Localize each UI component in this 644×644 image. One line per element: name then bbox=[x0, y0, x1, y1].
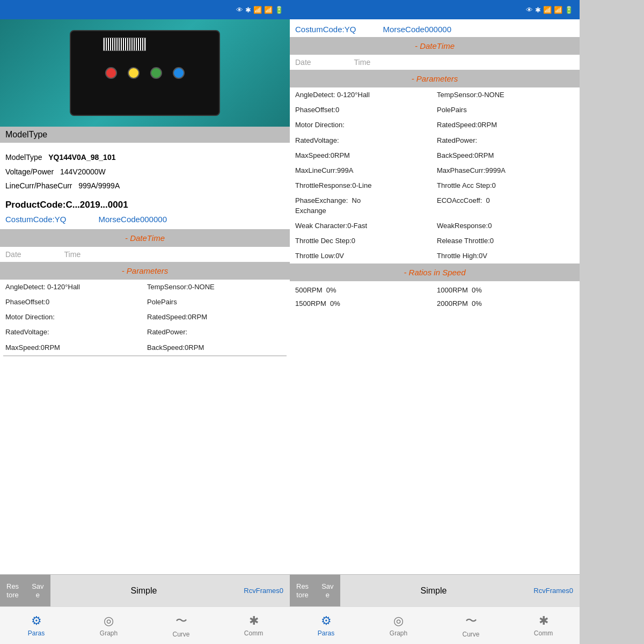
nav-comm-label-left: Comm bbox=[244, 630, 263, 637]
rparam-right-7: ECOAccCoeff: 0 bbox=[435, 193, 576, 218]
eye-icon-right: 👁 bbox=[526, 6, 533, 14]
status-icons-left: 👁 ✱ 📶 📶 🔋 bbox=[236, 6, 283, 14]
bottom-nav-right: ⚙ Paras ◎ Graph 〜 Curve ✱ Comm bbox=[290, 606, 580, 644]
param-right-4: BackSpeed:0RPM bbox=[145, 340, 287, 356]
ratio-right-0: 1000RPM 0% bbox=[435, 283, 576, 297]
nav-curve-label-left: Curve bbox=[172, 631, 189, 638]
rparam-left-3: RatedVoltage: bbox=[293, 133, 435, 148]
signal-icon: 📶 bbox=[264, 6, 273, 14]
nav-comm-left[interactable]: ✱ Comm bbox=[217, 607, 290, 644]
custom-morse-row-left: CostumCode:YQ MorseCode000000 bbox=[0, 213, 290, 229]
line-curr-label: LineCurr/PhaseCurr bbox=[5, 181, 72, 190]
device-image bbox=[0, 19, 290, 127]
params-grid-left: AngleDetect: 0-120°Hall TempSensor:0-NON… bbox=[0, 280, 290, 356]
time-label-left: Time bbox=[64, 250, 81, 259]
ratio-left-0: 500RPM 0% bbox=[293, 283, 435, 297]
param-right-0: TempSensor:0-NONE bbox=[145, 280, 287, 295]
ratios-grid-right: 500RPM 0% 1000RPM 0% 1500RPM 0% 2000RPM … bbox=[290, 281, 580, 314]
save-button-right[interactable]: Sav e bbox=[315, 575, 340, 607]
date-time-row-left: Date Time bbox=[0, 247, 290, 262]
rparam-right-0: TempSensor:0-NONE bbox=[435, 87, 576, 103]
morse-code-left: MorseCode000000 bbox=[98, 215, 167, 224]
datetime-header-right: - DateTime bbox=[290, 37, 580, 55]
connector-dots bbox=[105, 67, 185, 79]
rcv-frames-right[interactable]: RcvFrames0 bbox=[527, 575, 580, 607]
battery-icon: 🔋 bbox=[275, 6, 283, 14]
rcv-frames-left[interactable]: RcvFrames0 bbox=[237, 575, 290, 607]
header-row-right: CostumCode:YQ MorseCode000000 bbox=[290, 19, 580, 37]
status-bar-right: 👁 ✱ 📶 📶 🔋 bbox=[290, 0, 580, 19]
param-left-4: MaxSpeed:0RPM bbox=[3, 340, 145, 356]
rparam-left-0: AngleDetect: 0-120°Hall bbox=[293, 87, 435, 103]
model-info-section: ModelType YQ144V0A_98_101 Voltage/Power … bbox=[0, 143, 290, 197]
bottom-nav-left: ⚙ Paras ◎ Graph 〜 Curve ✱ Comm bbox=[0, 606, 290, 644]
dot-green bbox=[150, 67, 162, 79]
simple-button-left[interactable]: Simple bbox=[50, 575, 238, 607]
wifi-icon-right: 📶 bbox=[543, 6, 552, 14]
left-panel: 👁 ✱ 📶 📶 🔋 ModelType ModelType YQ144 bbox=[0, 0, 290, 644]
rparam-right-3: RatedPower: bbox=[435, 133, 576, 148]
bottom-toolbar-right: Res tore Sav e Simple RcvFrames0 bbox=[290, 574, 580, 606]
costum-code-right: CostumCode:YQ bbox=[295, 25, 356, 34]
voltage-line: Voltage/Power 144V20000W bbox=[5, 165, 284, 179]
time-label-right: Time bbox=[354, 58, 371, 67]
bluetooth-nav-icon-left: ✱ bbox=[249, 614, 259, 628]
battery-icon-right: 🔋 bbox=[565, 6, 573, 14]
right-panel: 👁 ✱ 📶 📶 🔋 CostumCode:YQ MorseCode000000 … bbox=[290, 0, 580, 644]
rparam-left-10: Throttle Low:0V bbox=[293, 248, 435, 264]
ratio-right-1: 2000RPM 0% bbox=[435, 297, 576, 310]
nav-graph-label-left: Graph bbox=[100, 630, 118, 637]
signal-icon-right: 📶 bbox=[554, 6, 562, 14]
nav-paras-label-right: Paras bbox=[318, 630, 334, 637]
ratio-left-1: 1500RPM 0% bbox=[293, 297, 435, 310]
curve-icon-left: 〜 bbox=[175, 613, 187, 629]
nav-paras-left[interactable]: ⚙ Paras bbox=[0, 607, 72, 644]
morse-code-right: MorseCode000000 bbox=[383, 25, 451, 34]
nav-comm-right[interactable]: ✱ Comm bbox=[507, 607, 580, 644]
model-type-header: ModelType bbox=[0, 127, 290, 143]
rparam-left-4: MaxSpeed:0RPM bbox=[293, 148, 435, 163]
date-time-row-right: Date Time bbox=[290, 55, 580, 70]
voltage-label: Voltage/Power bbox=[5, 167, 54, 176]
param-left-2: Motor Direction: bbox=[3, 310, 145, 325]
param-right-3: RatedPower: bbox=[145, 325, 287, 340]
rparam-right-6: Throttle Acc Step:0 bbox=[435, 178, 576, 193]
parameters-header-left: - Parameters bbox=[0, 262, 290, 280]
rparam-right-2: RatedSpeed:0RPM bbox=[435, 118, 576, 133]
nav-paras-right[interactable]: ⚙ Paras bbox=[290, 607, 362, 644]
restore-button-left[interactable]: Res tore bbox=[0, 575, 25, 607]
rparam-left-8: Weak Character:0-Fast bbox=[293, 218, 435, 233]
restore-button-right[interactable]: Res tore bbox=[290, 575, 315, 607]
date-label-right: Date bbox=[295, 58, 311, 67]
simple-button-right[interactable]: Simple bbox=[340, 575, 528, 607]
wifi-icon: 📶 bbox=[253, 6, 262, 14]
nav-curve-left[interactable]: 〜 Curve bbox=[145, 607, 217, 644]
ratios-header-right: - Ratios in Speed bbox=[290, 264, 580, 281]
nav-curve-right[interactable]: 〜 Curve bbox=[435, 607, 507, 644]
nav-graph-left[interactable]: ◎ Graph bbox=[72, 607, 145, 644]
nav-graph-label-right: Graph bbox=[390, 630, 407, 637]
parameters-header-right: - Parameters bbox=[290, 70, 580, 87]
line-curr-line: LineCurr/PhaseCurr 999A/9999A bbox=[5, 179, 284, 193]
param-right-1: PolePairs bbox=[145, 295, 287, 310]
params-grid-right: AngleDetect: 0-120°Hall TempSensor:0-NON… bbox=[290, 87, 580, 264]
nav-curve-label-right: Curve bbox=[462, 631, 479, 638]
bluetooth-nav-icon-right: ✱ bbox=[539, 614, 548, 628]
right-scroll-content: CostumCode:YQ MorseCode000000 - DateTime… bbox=[290, 19, 580, 574]
save-button-left[interactable]: Sav e bbox=[25, 575, 50, 607]
param-left-3: RatedVoltage: bbox=[3, 325, 145, 340]
dot-red bbox=[105, 67, 117, 79]
graph-icon-left: ◎ bbox=[104, 614, 114, 628]
gear-icon-left: ⚙ bbox=[31, 614, 42, 628]
rparam-left-5: MaxLineCurr:999A bbox=[293, 163, 435, 178]
curve-icon-right: 〜 bbox=[465, 613, 477, 629]
bluetooth-icon: ✱ bbox=[245, 6, 251, 14]
model-type-line: ModelType YQ144V0A_98_101 bbox=[5, 150, 284, 165]
voltage-value: 144V20000W bbox=[60, 167, 106, 176]
nav-graph-right[interactable]: ◎ Graph bbox=[362, 607, 435, 644]
nav-comm-label-right: Comm bbox=[534, 630, 553, 637]
status-bar-left: 👁 ✱ 📶 📶 🔋 bbox=[0, 0, 290, 19]
rparam-right-4: BackSpeed:0RPM bbox=[435, 148, 576, 163]
line-curr-value: 999A/9999A bbox=[78, 181, 120, 190]
rparam-right-10: Throttle High:0V bbox=[435, 248, 576, 264]
